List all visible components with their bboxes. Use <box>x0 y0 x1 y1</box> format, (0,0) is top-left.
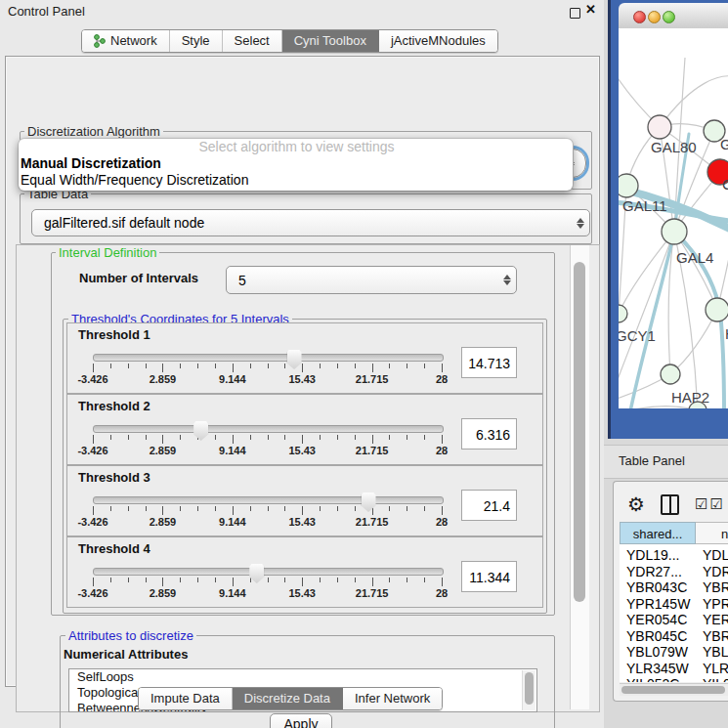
tab-infer-network[interactable]: Infer Network <box>343 688 442 709</box>
zoom-traffic-light-icon[interactable] <box>663 11 675 23</box>
table-row[interactable]: YLR345WYLR3 <box>620 661 728 677</box>
table-data-combo[interactable]: galFiltered.sif default node <box>31 209 590 236</box>
slider-track[interactable] <box>93 354 444 362</box>
tick-label: 15.43 <box>288 516 316 528</box>
number-of-intervals-value: 5 <box>227 273 498 288</box>
tab-style[interactable]: Style <box>170 30 223 52</box>
network-canvas[interactable]: GAL80G.CGAL11GAL4GCY1HHAP2 <box>619 28 728 408</box>
list-scrollbar[interactable] <box>522 670 535 710</box>
network-view-window[interactable]: GAL80G.CGAL11GAL4GCY1HHAP2 <box>608 0 728 439</box>
cell-shared-name[interactable]: YIL052C <box>626 676 679 682</box>
table-row[interactable]: YDL19...YDL1 <box>620 547 728 564</box>
cell-name[interactable]: YDL1 <box>703 547 728 563</box>
close-icon[interactable]: ✕ <box>585 2 596 17</box>
tick-mark <box>337 435 338 440</box>
tick-mark <box>337 364 338 368</box>
number-of-intervals-spinner[interactable]: 5 <box>226 266 517 294</box>
settings-scrollbar[interactable] <box>570 245 589 709</box>
tick-mark <box>355 578 356 582</box>
checkbox-checked-icon[interactable]: ☑ <box>695 495 707 513</box>
tick-mark <box>162 364 163 372</box>
algorithm-option[interactable]: Manual Discretization <box>19 155 573 172</box>
tick-mark <box>284 578 285 582</box>
tab-cyni-toolbox[interactable]: Cyni Toolbox <box>282 30 379 52</box>
slider-track[interactable] <box>93 568 444 576</box>
green-node[interactable] <box>619 305 627 322</box>
threshold-value-field[interactable]: 6.316 <box>461 418 517 450</box>
cell-name[interactable]: YBR0 <box>703 628 728 644</box>
green-node[interactable] <box>706 298 728 321</box>
tab-discretize-data[interactable]: Discretize Data <box>233 688 343 709</box>
cell-name[interactable]: YER0 <box>703 612 728 627</box>
tab-select[interactable]: Select <box>223 30 282 52</box>
cell-name[interactable]: YBL0 <box>703 644 728 660</box>
tick-mark <box>355 435 356 440</box>
tab-impute-data[interactable]: Impute Data <box>139 688 233 709</box>
tick-mark <box>162 578 163 586</box>
table-row[interactable]: YPR145WYPR1 <box>620 596 728 613</box>
tick-label: 21.715 <box>356 373 389 385</box>
table-row[interactable]: YBR043CYBR0 <box>620 579 728 596</box>
apply-button[interactable]: Apply <box>270 713 332 728</box>
cell-shared-name[interactable]: YDL19... <box>626 547 679 563</box>
tab-label: Infer Network <box>355 691 430 706</box>
table-h-scrollbar-thumb[interactable] <box>621 686 725 694</box>
cell-shared-name[interactable]: YBR043C <box>626 579 687 595</box>
cell-name[interactable]: YDR2 <box>703 564 728 579</box>
float-window-icon[interactable] <box>570 8 580 19</box>
table-row[interactable]: YER054CYER0 <box>620 612 728 628</box>
tick-label: 2.859 <box>150 516 177 528</box>
cell-shared-name[interactable]: YER054C <box>626 612 687 627</box>
algorithm-placeholder-option[interactable]: Select algorithm to view settings <box>19 139 573 155</box>
close-traffic-light-icon[interactable] <box>633 11 646 23</box>
tick-mark <box>197 364 198 368</box>
slider-thumb[interactable] <box>362 492 376 512</box>
table-row[interactable]: YBL079WYBL0 <box>620 644 728 661</box>
table-h-scrollbar[interactable] <box>620 683 728 696</box>
list-scrollbar-thumb[interactable] <box>525 672 534 705</box>
attribute-item[interactable]: SelfLoops <box>69 669 536 685</box>
slider-thumb[interactable] <box>287 350 302 369</box>
slider-thumb[interactable] <box>193 421 208 441</box>
cell-name[interactable]: YBR0 <box>703 579 728 595</box>
column-header-shared-name[interactable]: shared... <box>620 522 696 544</box>
cell-name[interactable]: YLR3 <box>703 661 728 676</box>
threshold-value-field[interactable]: 11.344 <box>461 561 517 592</box>
cell-shared-name[interactable]: YPR145W <box>626 596 690 612</box>
cell-shared-name[interactable]: YDR27... <box>626 564 682 579</box>
green-node[interactable] <box>661 364 680 384</box>
table-row[interactable]: YDR27...YDR2 <box>620 564 728 580</box>
column-header-name[interactable]: n <box>696 522 728 544</box>
split-pane-icon[interactable] <box>661 494 679 515</box>
green-node[interactable] <box>619 174 638 197</box>
network-window-titlebar[interactable] <box>619 3 728 29</box>
gear-icon[interactable]: ⚙ <box>627 494 645 514</box>
threshold-value-field[interactable]: 14.713 <box>461 347 517 378</box>
tab-network[interactable]: Network <box>82 30 170 52</box>
threshold-value-field[interactable]: 21.4 <box>461 490 517 521</box>
threshold-label: Threshold 1 <box>78 327 150 342</box>
green-node[interactable] <box>662 219 687 244</box>
tick-mark <box>442 506 443 515</box>
minimize-traffic-light-icon[interactable] <box>648 11 661 23</box>
table-row[interactable]: YIL052CYIL0 <box>620 676 728 682</box>
cell-shared-name[interactable]: YBL079W <box>626 644 688 660</box>
attributes-group-label: Attributes to discretize <box>65 628 196 643</box>
algorithm-option[interactable]: Equal Width/Frequency Discretization <box>19 172 573 189</box>
pink-node[interactable] <box>648 115 671 139</box>
tab-label: jActiveMNodules <box>391 33 486 48</box>
slider-track[interactable] <box>93 496 444 504</box>
table-row[interactable]: YBR045CYBR0 <box>620 628 728 645</box>
tick-mark <box>128 578 129 582</box>
slider-track[interactable] <box>93 425 444 433</box>
slider-thumb[interactable] <box>249 564 264 583</box>
cell-name[interactable]: YPR1 <box>703 596 728 612</box>
cell-name[interactable]: YIL0 <box>703 676 728 682</box>
checkbox-checked-icon[interactable]: ☑ <box>709 495 722 513</box>
node-label: GCY1 <box>619 327 656 344</box>
cell-shared-name[interactable]: YLR345W <box>626 661 689 676</box>
tick-mark <box>215 578 216 582</box>
settings-scrollbar-thumb[interactable] <box>574 262 585 602</box>
cell-shared-name[interactable]: YBR045C <box>626 628 687 644</box>
tab-jactivemnodules[interactable]: jActiveMNodules <box>379 30 497 52</box>
